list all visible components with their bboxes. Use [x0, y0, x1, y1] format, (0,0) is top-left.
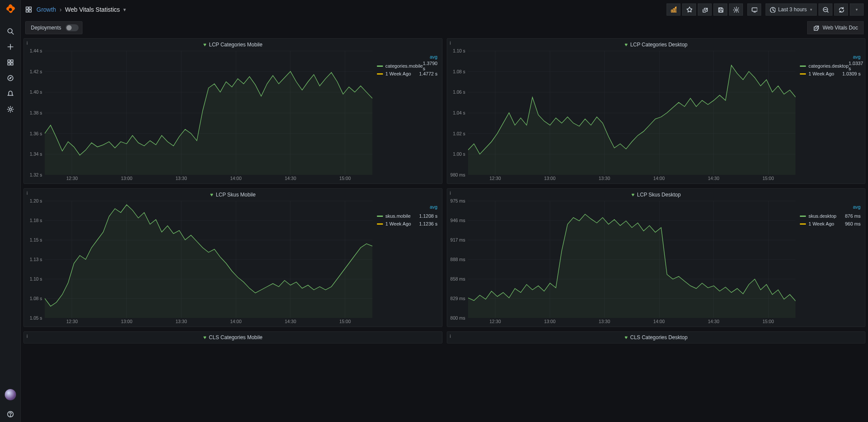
refresh-interval-picker[interactable]: ▼ [850, 3, 864, 16]
legend-value: 1.0337 s [848, 61, 863, 71]
svg-point-0 [9, 8, 12, 11]
svg-rect-23 [719, 10, 722, 12]
heart-icon: ♥ [624, 334, 627, 340]
y-axis: 1.20 s1.18 s1.15 s1.13 s1.10 s1.08 s1.05… [24, 201, 45, 318]
legend-row[interactable]: 1 Week Ago1.0309 s [800, 70, 861, 78]
panel-lcp_cat_desktop: i♥LCP Categories Desktop1.10 s1.08 s1.06… [447, 38, 866, 184]
nav-create-icon[interactable] [0, 39, 21, 55]
panel-info-icon[interactable]: i [450, 190, 451, 196]
panel-info-icon[interactable]: i [26, 334, 28, 339]
plot-area[interactable] [45, 51, 373, 175]
panel-title: CLS Categories Mobile [209, 334, 262, 340]
legend: avgcategories.mobile1.3790 s1 Week Ago1.… [373, 51, 442, 183]
time-range-picker[interactable]: Last 3 hours ▼ [766, 3, 817, 16]
nav-dashboards-icon[interactable] [0, 55, 21, 70]
legend-value: 1.1208 s [419, 213, 437, 219]
heart-icon: ♥ [203, 334, 206, 340]
share-button[interactable] [698, 3, 712, 16]
legend-row[interactable]: skus.mobile1.1208 s [377, 212, 438, 220]
dashboard-canvas: i♥LCP Categories Mobile1.44 s1.42 s1.40 … [21, 36, 868, 422]
panel-info-icon[interactable]: i [26, 190, 28, 196]
panel-info-icon[interactable]: i [450, 40, 451, 46]
zoom-out-button[interactable] [818, 3, 832, 16]
panel-header[interactable]: i♥LCP Skus Mobile [24, 189, 442, 201]
nav-alerting-icon[interactable] [0, 86, 21, 101]
dashboards-grid-icon[interactable] [25, 6, 32, 13]
legend-header[interactable]: avg [377, 54, 438, 59]
legend: avgcategories.desktop1.0337 s1 Week Ago1… [795, 51, 865, 183]
tv-mode-button[interactable] [747, 3, 761, 16]
svg-rect-16 [29, 10, 31, 12]
plot-area[interactable] [45, 201, 373, 318]
panel-title: LCP Categories Desktop [630, 42, 687, 48]
breadcrumb: Growth › Web Vitals Statistics ▼ [36, 6, 127, 13]
panel-info-icon[interactable]: i [450, 334, 451, 339]
legend-label: 1 Week Ago [386, 221, 411, 226]
deployments-label: Deployments [31, 25, 61, 31]
settings-button[interactable] [729, 3, 743, 16]
svg-line-2 [12, 33, 13, 34]
star-button[interactable] [682, 3, 696, 16]
legend-row[interactable]: 1 Week Ago1.1236 s [377, 220, 438, 228]
refresh-button[interactable] [834, 3, 848, 16]
svg-rect-7 [8, 63, 10, 65]
svg-rect-22 [719, 8, 722, 9]
legend-swatch [377, 216, 383, 217]
legend-row[interactable]: categories.mobile1.3790 s [377, 62, 438, 70]
panel-stub: i♥CLS Categories Desktop [447, 331, 866, 343]
panel-header[interactable]: i♥CLS Categories Desktop [447, 332, 865, 343]
panel-header[interactable]: i♥LCP Categories Desktop [447, 39, 865, 51]
plot-area[interactable] [468, 51, 796, 175]
legend-swatch [800, 73, 806, 75]
legend-value: 1.1236 s [419, 221, 437, 226]
grafana-logo[interactable] [4, 3, 17, 16]
save-button[interactable] [713, 3, 727, 16]
svg-line-29 [827, 11, 828, 13]
panel-info-icon[interactable]: i [26, 40, 28, 46]
legend-label: 1 Week Ago [386, 71, 411, 76]
y-axis: 975 ms946 ms917 ms888 ms858 ms829 ms800 … [447, 201, 468, 318]
heart-icon: ♥ [203, 42, 206, 48]
legend-header[interactable]: avg [800, 204, 861, 209]
x-axis: 12:3013:0013:3014:0014:3015:00 [468, 318, 796, 327]
panel-header[interactable]: i♥LCP Skus Desktop [447, 189, 865, 201]
page-title[interactable]: Web Vitals Statistics ▼ [65, 6, 127, 13]
legend-header[interactable]: avg [800, 54, 861, 59]
legend-label: categories.mobile [386, 63, 423, 69]
legend-value: 876 ms [845, 213, 861, 219]
legend-header[interactable]: avg [377, 204, 438, 209]
chevron-down-icon: ▼ [122, 7, 127, 12]
legend-label: 1 Week Ago [809, 221, 834, 226]
legend-row[interactable]: categories.desktop1.0337 s [800, 62, 861, 70]
legend-row[interactable]: skus.desktop876 ms [800, 212, 861, 220]
legend: avgskus.desktop876 ms1 Week Ago960 ms [795, 201, 865, 327]
nav-config-icon[interactable] [0, 101, 21, 117]
legend-row[interactable]: 1 Week Ago960 ms [800, 220, 861, 228]
svg-rect-6 [11, 60, 13, 62]
plot-area[interactable] [468, 201, 796, 318]
y-axis: 1.44 s1.42 s1.40 s1.38 s1.36 s1.34 s1.32… [24, 51, 45, 175]
legend-swatch [800, 223, 806, 225]
svg-rect-15 [26, 10, 28, 12]
svg-rect-13 [26, 7, 28, 9]
header-tools: Last 3 hours ▼ ▼ [667, 3, 864, 16]
nav-help-icon[interactable] [0, 406, 21, 422]
user-avatar[interactable] [5, 389, 16, 400]
svg-point-12 [10, 415, 10, 416]
legend-swatch [377, 223, 383, 225]
web-vitals-doc-link[interactable]: Web Vitals Doc [807, 21, 864, 34]
breadcrumb-sep: › [59, 6, 62, 13]
nav-explore-icon[interactable] [0, 70, 21, 86]
deployments-toggle[interactable] [66, 24, 79, 31]
add-panel-button[interactable] [667, 3, 680, 16]
svg-rect-25 [752, 8, 757, 11]
panel-header[interactable]: i♥CLS Categories Mobile [24, 332, 442, 343]
breadcrumb-folder[interactable]: Growth [36, 6, 56, 13]
panel-header[interactable]: i♥LCP Categories Mobile [24, 39, 442, 51]
doc-link-label: Web Vitals Doc [822, 25, 858, 31]
legend-row[interactable]: 1 Week Ago1.4772 s [377, 70, 438, 78]
panel-body: 1.20 s1.18 s1.15 s1.13 s1.10 s1.08 s1.05… [24, 201, 442, 327]
nav-search-icon[interactable] [0, 23, 21, 39]
legend-value: 1.3790 s [423, 61, 438, 71]
panel-title: CLS Categories Desktop [630, 334, 687, 340]
